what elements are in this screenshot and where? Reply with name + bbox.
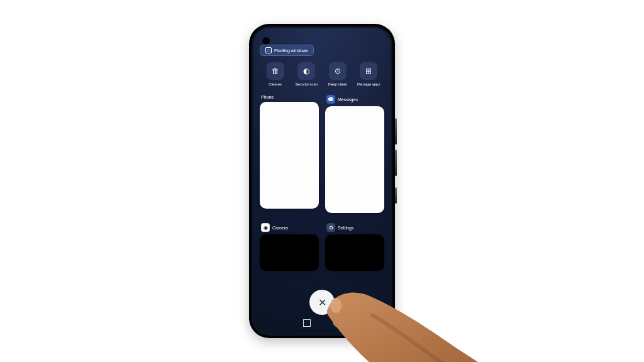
tool-label: Manage apps xyxy=(357,82,380,86)
app-title: Camera xyxy=(272,226,288,230)
app-thumbnail xyxy=(325,234,384,271)
app-card-header: 📞 Phone xyxy=(261,95,319,99)
app-card-header: ⚙ Settings xyxy=(326,223,384,232)
power-button xyxy=(395,187,397,204)
app-card-header: ◉ Camera xyxy=(261,223,319,232)
close-icon: ✕ xyxy=(318,297,326,309)
nav-home-button[interactable] xyxy=(333,319,341,327)
recent-apps-row: ◉ Camera ⚙ Settings xyxy=(260,223,384,271)
floating-windows-icon: ▢ xyxy=(265,47,272,53)
circle-icon xyxy=(333,319,341,327)
navigation-bar xyxy=(253,316,391,330)
tool-label: Cleaner xyxy=(269,82,282,86)
apps-icon: ⊞ xyxy=(360,62,377,80)
tool-cleaner[interactable]: 🗑 Cleaner xyxy=(262,62,289,86)
recents-screen: ▢ Floating windows 🗑 Cleaner ◐ Security … xyxy=(253,28,391,334)
app-thumbnail xyxy=(260,102,319,209)
volume-up-button xyxy=(395,118,397,145)
square-icon xyxy=(303,319,311,327)
volume-down-button xyxy=(395,150,397,176)
close-all-button[interactable]: ✕ xyxy=(309,290,335,315)
app-title: Settings xyxy=(338,226,353,230)
app-title: Phone xyxy=(261,95,274,99)
nav-recent-button[interactable] xyxy=(303,319,311,327)
phone-screen: ▢ Floating windows 🗑 Cleaner ◐ Security … xyxy=(253,28,391,334)
app-thumbnail xyxy=(325,106,384,213)
recent-apps-row: 📞 Phone 💬 Messages xyxy=(260,95,384,213)
recent-app-settings[interactable]: ⚙ Settings xyxy=(325,223,384,271)
recent-app-messages[interactable]: 💬 Messages xyxy=(325,95,384,213)
recent-app-phone[interactable]: 📞 Phone xyxy=(260,95,319,213)
phone-device: ▢ Floating windows 🗑 Cleaner ◐ Security … xyxy=(249,24,395,338)
tool-security-scan[interactable]: ◐ Security scan xyxy=(293,62,319,86)
messages-app-icon: 💬 xyxy=(326,95,335,104)
recent-app-camera[interactable]: ◉ Camera xyxy=(260,223,319,271)
floating-windows-chip[interactable]: ▢ Floating windows xyxy=(260,45,314,56)
app-title: Messages xyxy=(338,97,358,102)
toolbox-row: 🗑 Cleaner ◐ Security scan ⊙ Deep clean ⊞… xyxy=(260,62,384,86)
tool-label: Deep clean xyxy=(328,82,347,86)
floating-windows-label: Floating windows xyxy=(274,48,308,53)
deep-clean-icon: ⊙ xyxy=(329,62,347,80)
scan-icon: ◐ xyxy=(297,62,315,80)
tool-label: Security scan xyxy=(295,82,318,86)
tool-deep-clean[interactable]: ⊙ Deep clean xyxy=(325,62,351,86)
phone-bezel: ▢ Floating windows 🗑 Cleaner ◐ Security … xyxy=(252,26,392,336)
tool-manage-apps[interactable]: ⊞ Manage apps xyxy=(355,62,382,86)
punch-hole-camera xyxy=(262,37,270,45)
camera-app-icon: ◉ xyxy=(261,223,270,232)
app-card-header: 💬 Messages xyxy=(326,95,384,104)
trash-icon: 🗑 xyxy=(267,62,284,80)
app-thumbnail xyxy=(260,234,319,271)
settings-app-icon: ⚙ xyxy=(326,223,335,232)
